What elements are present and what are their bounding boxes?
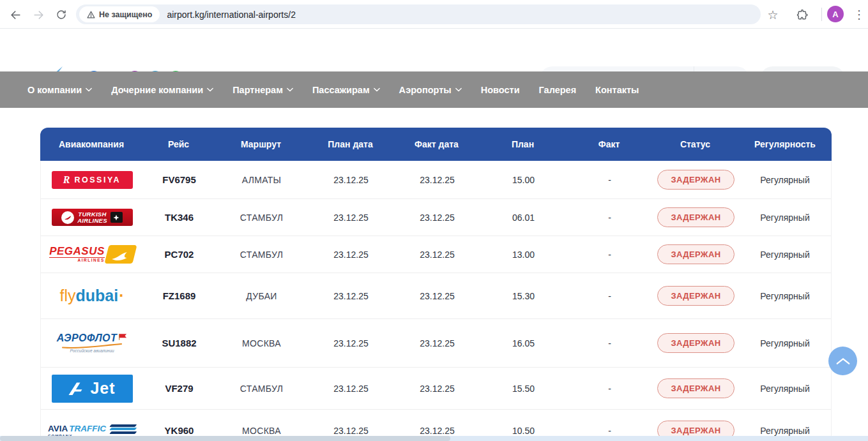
table-body: RROSSIYA FV6795 АЛМАТЫ 23.12.25 23.12.25… [40, 161, 832, 441]
nav-item-label: Контакты [595, 85, 639, 95]
ajet-a-icon [68, 382, 86, 396]
cell-route: МОСКВА [215, 426, 308, 436]
cell-regularity: Регулярный [739, 291, 831, 301]
browser-profile-avatar[interactable]: A [827, 6, 844, 22]
flight-row: RROSSIYA FV6795 АЛМАТЫ 23.12.25 23.12.25… [41, 161, 831, 199]
cell-plan-date: 23.12.25 [308, 175, 394, 185]
nav-item-label: Новости [481, 85, 520, 95]
nav-item[interactable]: Контакты [595, 85, 639, 95]
nav-item[interactable]: Аэропорты [399, 85, 462, 95]
nav-item-label: О компании [27, 85, 82, 95]
nav-item[interactable]: Партнерам [232, 85, 293, 95]
cell-plan-time: 15.30 [480, 291, 567, 301]
flights-table: АвиакомпанияРейсМаршрутПлан датаФакт дат… [40, 128, 832, 441]
rossiya-r-emblem: R [63, 174, 70, 186]
status-badge: ЗАДЕРЖАН [657, 170, 734, 190]
column-header: Статус [652, 139, 738, 149]
cell-status: ЗАДЕРЖАН [653, 378, 739, 398]
column-header: Регулярность [738, 139, 832, 149]
star-alliance-icon [110, 212, 123, 223]
flight-row: АЭРОФЛОТРоссийские авиалинии SU1882 МОСК… [41, 319, 831, 368]
browser-forward-button[interactable] [31, 7, 46, 22]
cell-status: ЗАДЕРЖАН [653, 207, 739, 227]
status-badge: ЗАДЕРЖАН [657, 378, 734, 398]
bookmark-star-button[interactable]: ☆ [765, 7, 780, 22]
extensions-button[interactable] [795, 7, 810, 22]
cell-plan-date: 23.12.25 [308, 426, 394, 436]
aeroflot-swoosh-icon [61, 343, 123, 348]
puzzle-icon [796, 8, 809, 21]
cell-fact-date: 23.12.25 [394, 291, 480, 301]
table-header-row: АвиакомпанияРейсМаршрутПлан датаФакт дат… [40, 128, 832, 161]
nav-item[interactable]: Дочерние компании [111, 85, 213, 95]
nav-item[interactable]: Новости [481, 85, 520, 95]
column-header: Рейс [142, 139, 215, 149]
cell-plan-time: 13.00 [480, 250, 567, 260]
cell-plan-date: 23.12.25 [308, 384, 394, 394]
cell-fact-date: 23.12.25 [394, 384, 480, 394]
cell-airline: TURKISHAIRLINES [41, 209, 143, 226]
cell-flight-number: SU1882 [143, 338, 215, 348]
cell-fact-time: - [567, 384, 653, 394]
security-chip-label: Не защищено [99, 10, 152, 19]
aeroflot-flag-icon [118, 333, 127, 340]
browser-menu-button[interactable]: ⋮ [852, 7, 866, 22]
cell-status: ЗАДЕРЖАН [653, 333, 739, 353]
forward-arrow-icon [33, 9, 45, 21]
cell-route: АЛМАТЫ [215, 175, 308, 185]
three-dots-icon: ⋮ [853, 9, 865, 20]
cell-status: ЗАДЕРЖАН [653, 170, 739, 190]
cell-airline: АЭРОФЛОТРоссийские авиалинии [41, 333, 143, 354]
cell-plan-time: 16.05 [480, 338, 567, 348]
browser-back-button[interactable] [8, 7, 23, 22]
status-badge: ЗАДЕРЖАН [657, 244, 734, 264]
cell-fact-time: - [567, 250, 653, 260]
flydubai-dot-icon: · [119, 288, 124, 304]
chevron-down-icon [374, 87, 380, 92]
cell-plan-date: 23.12.25 [308, 338, 394, 348]
column-header: Факт [566, 139, 652, 149]
nav-item-label: Аэропорты [399, 85, 452, 95]
cell-regularity: Регулярный [739, 426, 831, 436]
address-bar[interactable]: Не защищено airport.kg/international-air… [76, 4, 761, 24]
nav-item[interactable]: О компании [27, 85, 92, 95]
cell-plan-time: 15.50 [480, 384, 567, 394]
cell-plan-time: 10.50 [480, 426, 567, 436]
airline-logo-turkish-airlines: TURKISHAIRLINES [52, 209, 133, 226]
nav-item-label: Галерея [539, 85, 577, 95]
cell-fact-date: 23.12.25 [394, 338, 480, 348]
main-navigation: О компанииДочерние компанииПартнерамПасс… [0, 71, 868, 108]
cell-route: СТАМБУЛ [215, 384, 308, 394]
toolbar-separator [821, 8, 822, 21]
nav-item[interactable]: Галерея [539, 85, 577, 95]
cell-flight-number: YK960 [143, 425, 215, 436]
back-arrow-icon [10, 9, 22, 21]
horizontal-scrollbar-thumb[interactable] [0, 436, 450, 441]
airline-logo-rossiya: RROSSIYA [52, 171, 133, 189]
reload-icon [56, 9, 67, 20]
chevron-down-icon [207, 87, 213, 92]
cell-regularity: Регулярный [739, 384, 831, 394]
cell-fact-date: 23.12.25 [394, 175, 480, 185]
flight-row: TURKISHAIRLINES TK346 СТАМБУЛ 23.12.25 2… [41, 199, 831, 236]
chevron-up-icon [836, 357, 850, 365]
airline-logo-pegasus: PEGASUSAIRLINES [49, 245, 135, 264]
scroll-to-top-button[interactable] [828, 347, 857, 375]
browser-reload-button[interactable] [54, 7, 69, 22]
cell-fact-date: 23.12.25 [394, 250, 480, 260]
browser-toolbar: Не защищено airport.kg/international-air… [0, 0, 868, 29]
cell-regularity: Регулярный [739, 250, 831, 260]
status-badge: ЗАДЕРЖАН [657, 286, 734, 306]
star-icon: ☆ [767, 9, 778, 21]
airline-logo-flydubai: flydubai· [60, 288, 125, 304]
cell-fact-date: 23.12.25 [394, 426, 480, 436]
airline-logo-aeroflot: АЭРОФЛОТРоссийские авиалинии [57, 333, 128, 354]
horizontal-scrollbar [0, 436, 868, 441]
cell-airline: PEGASUSAIRLINES [41, 245, 143, 264]
column-header: Маршрут [215, 139, 307, 149]
security-chip[interactable]: Не защищено [79, 6, 160, 22]
nav-item[interactable]: Пассажирам [312, 85, 380, 95]
cell-flight-number: TK346 [143, 212, 215, 223]
column-header: Авиакомпания [40, 139, 142, 149]
flight-row: PEGASUSAIRLINES PC702 СТАМБУЛ 23.12.25 2… [41, 236, 831, 273]
